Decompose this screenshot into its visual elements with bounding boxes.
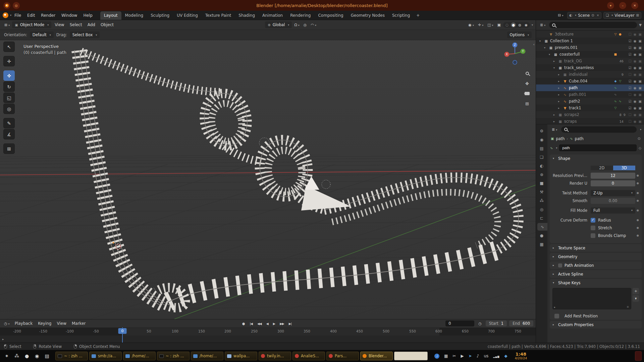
menu-marker[interactable]: Marker — [69, 320, 88, 327]
menu-view[interactable]: View — [54, 320, 69, 327]
rendered-shading-icon[interactable]: ◉ — [524, 22, 529, 27]
outliner-row-collection-1[interactable]: ▾ Collection 1 — [536, 38, 644, 44]
expand-arrow-icon[interactable]: ▸ — [558, 107, 562, 110]
datablock-name-input[interactable] — [559, 144, 637, 151]
expand-arrow-icon[interactable]: ▸ — [553, 60, 558, 63]
options-dropdown[interactable]: Options▾ — [507, 32, 532, 38]
checkbox-toggle-icon[interactable] — [629, 73, 632, 76]
pin-icon[interactable]: ⊙ — [638, 136, 641, 141]
filter-icon[interactable]: ▼ — [639, 23, 642, 27]
tray-info[interactable]: i — [434, 354, 439, 359]
eye-toggle-icon[interactable] — [634, 59, 637, 63]
jump-to-start-button[interactable]: |◀ — [248, 321, 255, 326]
panel-checkbox[interactable] — [558, 263, 562, 267]
empty-object-marker[interactable] — [322, 180, 330, 189]
launcher-paw[interactable]: ⁂ — [12, 352, 21, 360]
menu-edit[interactable]: Edit — [24, 12, 38, 19]
menu-help[interactable]: Help — [80, 12, 95, 19]
3d-button[interactable]: 3D — [613, 166, 636, 170]
tab-particles[interactable]: ⁂ — [536, 197, 547, 204]
fill-mode-dropdown[interactable]: Full▾ — [591, 207, 635, 214]
tray-screenshot[interactable]: ✂ — [452, 354, 456, 358]
menu-file[interactable]: File — [11, 12, 24, 19]
checkbox-toggle-icon[interactable] — [629, 53, 632, 56]
expand-arrow-icon[interactable]: ▸ — [558, 86, 562, 89]
animate-dot[interactable]: ● — [635, 226, 640, 229]
expand-arrow-icon[interactable]: ▾ — [544, 46, 548, 49]
expand-arrow-icon[interactable]: ▸ — [558, 93, 562, 96]
mode-dropdown[interactable]: ▣ Object Mode▾ — [12, 21, 51, 28]
tray-keyboard[interactable]: ▦ — [444, 354, 448, 358]
expand-arrow-icon[interactable]: ▾ — [539, 40, 544, 43]
expand-arrow-icon[interactable]: ▸ — [553, 113, 558, 116]
properties-search[interactable] — [561, 126, 637, 133]
eye-toggle-icon[interactable] — [634, 86, 637, 90]
snap-magnet-icon[interactable]: Ω▾ — [292, 22, 301, 28]
tab-texture-paint[interactable]: Texture Paint — [202, 11, 235, 20]
blender-menu-logo-icon[interactable] — [3, 12, 8, 18]
tool-select-box[interactable]: ↖ — [3, 42, 15, 52]
play-reverse-button[interactable]: ◀ — [264, 321, 270, 326]
panel-path-animation[interactable]: ▸ Path Animation — [550, 261, 642, 269]
tab-scene[interactable]: ◐ — [536, 162, 547, 170]
camera-toggle-icon[interactable] — [639, 93, 642, 97]
jump-to-end-button[interactable]: ▶| — [287, 321, 294, 326]
tab-uv-editing[interactable]: UV Editing — [173, 11, 202, 20]
radius-checkbox[interactable] — [591, 218, 595, 223]
expand-arrow-icon[interactable]: ▸ — [558, 73, 562, 76]
viewlayer-selector[interactable]: ❏ ▾ ViewLayer ⊞ — [603, 12, 641, 19]
tab-tool[interactable]: ⚙ — [536, 127, 547, 135]
checkbox-toggle-icon[interactable] — [629, 106, 632, 110]
tray-vpn[interactable]: ◆ — [504, 354, 507, 358]
options-icon[interactable]: ▾ — [640, 128, 641, 131]
camera-toggle-icon[interactable] — [639, 33, 642, 36]
launcher-files[interactable]: ▤ — [43, 352, 51, 360]
expand-arrow-icon[interactable]: ▸ — [558, 100, 562, 103]
window-close-button[interactable]: ✕ — [631, 2, 638, 9]
proportional-editing-icon[interactable]: ◎ — [302, 22, 309, 28]
taskbar-window-terminal-1[interactable]: ~ : zsh ... — [55, 352, 88, 360]
camera-toggle-icon[interactable] — [639, 79, 642, 83]
outliner-row-scraps[interactable]: ▸ scraps 14 — [536, 118, 644, 124]
xray-toggle-icon[interactable]: ▣ — [496, 22, 502, 28]
panel-active-spline[interactable]: ▸ Active Spline — [550, 270, 642, 278]
outliner-row-path-001[interactable]: ▸ path.001 — [536, 91, 644, 98]
taskbar-window-home-1[interactable]: /home/... — [123, 352, 156, 360]
taskbar-window-light[interactable] — [394, 352, 428, 360]
animate-dot[interactable]: ● — [635, 199, 640, 202]
eye-toggle-icon[interactable] — [634, 53, 637, 56]
tool-scale[interactable]: ◱ — [3, 93, 15, 103]
outliner-row-3dtexture[interactable]: 3dtexture — [536, 31, 644, 38]
tool-cursor[interactable]: ✛ — [3, 56, 15, 66]
tool-add-cube[interactable]: ⊞ — [3, 143, 15, 154]
eye-toggle-icon[interactable] — [634, 39, 637, 43]
tab-modifiers[interactable]: ⚒ — [536, 188, 547, 196]
render-u-field[interactable]: 0 — [591, 180, 635, 186]
add-workspace-button[interactable]: + — [414, 12, 422, 19]
taskbar-window-pars[interactable]: Pars... — [326, 352, 359, 360]
tab-sculpting[interactable]: Sculpting — [147, 11, 173, 20]
taskbar-window-twily[interactable]: twily.in... — [259, 352, 291, 360]
playhead-label[interactable]: 0 — [118, 328, 127, 334]
menu-add[interactable]: Add — [85, 21, 98, 28]
tab-shading[interactable]: Shading — [235, 11, 259, 20]
shading-dropdown-icon[interactable]: ▾ — [532, 23, 533, 26]
animate-dot[interactable]: ● — [635, 182, 640, 185]
panel-geometry[interactable]: ▸ Geometry — [550, 253, 642, 260]
preview-range-icon[interactable]: ◷ — [477, 321, 483, 326]
tray-volume[interactable]: ♪ — [477, 354, 479, 358]
eye-toggle-icon[interactable] — [634, 73, 637, 76]
eye-toggle-icon[interactable] — [634, 79, 637, 83]
twist-method-dropdown[interactable]: Z-Up▾ — [591, 190, 635, 196]
camera-toggle-icon[interactable] — [639, 39, 642, 43]
taskbar-window-analies[interactable]: AnalieS... — [292, 352, 325, 360]
eye-toggle-icon[interactable] — [634, 106, 637, 110]
shape-keys-list[interactable]: ▸ ≣ — [552, 288, 631, 309]
viewport-canvas[interactable] — [0, 20, 536, 319]
eye-toggle-icon[interactable] — [634, 113, 637, 117]
tab-render[interactable]: ◉ — [536, 136, 547, 143]
animate-dot[interactable]: ● — [635, 209, 640, 212]
tab-constraints[interactable]: ⊏ — [536, 214, 547, 222]
outliner-row-track-seamless[interactable]: ▾ track_seamless — [536, 64, 644, 71]
properties-search-input[interactable] — [570, 127, 634, 132]
